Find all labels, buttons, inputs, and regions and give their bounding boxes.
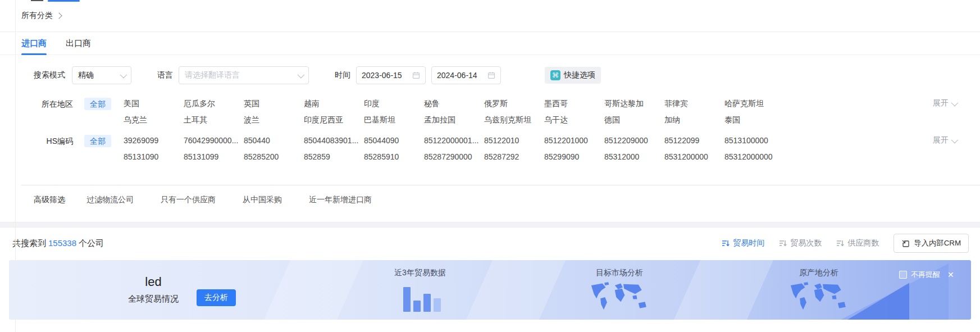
hs-code-item[interactable]: 8512201000 [544,135,601,146]
active-tab-underline [21,53,47,55]
chevron-down-icon [298,71,305,78]
bar-chart-bar [413,301,421,312]
bar-chart-bar [434,298,441,312]
sort-supplier-count[interactable]: 供应商数 [836,238,879,248]
sort-trade-count[interactable]: 贸易次数 [779,238,822,248]
tag-column: 851220900085312000 [604,135,664,162]
hs-code-item[interactable]: 850440 [244,135,300,146]
tab-bar: 进口商 出口商 [0,32,980,55]
tag-column: 85044085285200 [244,135,304,162]
region-item[interactable]: 泰国 [724,114,781,125]
dont-remind-label: 不再提醒 [911,270,940,280]
close-icon[interactable]: ✕ [947,270,954,279]
region-item[interactable]: 英国 [244,98,300,109]
tag-column: 秘鲁孟加拉国 [424,98,484,125]
search-options-row: 搜索模式 精确 语言 请选择翻译语言 时间 2023-06-15 [0,66,980,84]
import-crm-button[interactable]: 导入内部CRM [894,234,969,253]
analyze-button[interactable]: 去分析 [197,289,236,306]
region-item[interactable]: 土耳其 [184,114,240,125]
date-start-input[interactable]: 2023-06-15 [356,66,426,84]
hs-code-item[interactable]: 8531200000 [664,151,721,162]
advanced-option[interactable]: 只有一个供应商 [161,195,216,204]
hs-expand-button[interactable]: 展开 [933,135,956,145]
tab-importers-label: 进口商 [21,38,47,49]
region-item[interactable]: 俄罗斯 [484,98,541,109]
hs-code-item[interactable]: 852859 [304,151,361,162]
hs-code-item[interactable]: 85122000001... [424,135,481,146]
region-item[interactable]: 加纳 [664,114,721,125]
hs-code-item[interactable]: 85044090 [364,135,421,146]
region-item[interactable]: 波兰 [244,114,300,125]
quick-options-label: 快捷选项 [564,70,595,80]
tab-exporters[interactable]: 出口商 [66,32,91,55]
all-categories-link[interactable]: 所有分类 [21,11,61,21]
hs-all-badge[interactable]: 全部 [84,135,111,147]
region-item[interactable]: 厄瓜多尔 [184,98,240,109]
hs-code-item[interactable]: 85044083901... [304,135,361,146]
advanced-option[interactable]: 近一年新增进口商 [309,195,372,204]
hs-code-filter-row: HS编码 全部 392690998513109076042990000...85… [0,135,980,162]
hs-code-item[interactable]: 8512209000 [604,135,661,146]
sort-trade-time[interactable]: 贸易时间 [722,238,764,248]
dismiss-group: 不再提醒 ✕ [899,270,954,280]
region-filter-row: 所在地区 全部 美国乌克兰厄瓜多尔土耳其英国波兰越南印度尼西亚印度巴基斯坦秘鲁孟… [0,98,980,125]
search-mode-select[interactable]: 精确 [72,66,131,84]
hs-code-item[interactable]: 85287290000 [424,151,481,162]
hs-code-item[interactable]: 85287292 [484,151,541,162]
advanced-option[interactable]: 从中国采购 [243,195,282,204]
region-item[interactable]: 乌干达 [544,114,601,125]
results-count: 共搜索到155338个公司 [12,238,104,249]
region-item[interactable]: 墨西哥 [544,98,601,109]
hs-code-item[interactable]: 85122010 [484,135,541,146]
chevron-down-icon [951,99,959,106]
hs-code-item[interactable]: 85285200 [244,151,300,162]
tab-importers[interactable]: 进口商 [21,32,47,55]
banner-decor-streak [450,260,573,320]
region-item[interactable]: 德国 [604,114,661,125]
hs-code-item[interactable]: 85312000 [604,151,661,162]
search-mode-label: 搜索模式 [34,70,65,80]
region-item[interactable]: 印度 [364,98,421,109]
date-end-value: 2024-06-14 [437,71,477,80]
date-end-input[interactable]: 2024-06-14 [431,66,501,84]
sort-icon [836,239,844,247]
region-item[interactable]: 乌克兰 [124,114,180,125]
tab-exporters-label: 出口商 [66,38,91,49]
hs-code-item[interactable]: 85285910 [364,151,421,162]
hs-code-item[interactable]: 76042990000... [184,135,240,146]
hs-code-item[interactable]: 39269099 [124,135,180,146]
region-item[interactable]: 印度尼西亚 [304,114,361,125]
quick-options-button[interactable]: ⌘ 快捷选项 [545,67,601,84]
date-start-value: 2023-06-15 [362,71,402,80]
all-categories-label: 所有分类 [21,11,53,21]
calendar-icon [487,71,495,79]
language-placeholder: 请选择翻译语言 [185,70,240,80]
region-item[interactable]: 美国 [124,98,180,109]
region-expand-button[interactable]: 展开 [933,98,956,108]
region-item[interactable]: 孟加拉国 [424,114,481,125]
hs-code-item[interactable]: 85122099 [664,135,721,146]
dont-remind-checkbox[interactable] [899,271,907,279]
region-item[interactable]: 乌兹别克斯坦 [484,114,541,125]
hs-code-item[interactable]: 85299090 [544,151,601,162]
hs-code-grid: 392690998513109076042990000...8513109985… [124,135,918,162]
sort-trade-time-label: 贸易时间 [733,238,764,248]
language-select[interactable]: 请选择翻译语言 [179,66,309,84]
tag-column: 哥斯达黎加德国 [604,98,664,125]
region-item[interactable]: 巴基斯坦 [364,114,421,125]
region-item[interactable]: 越南 [304,98,361,109]
tag-column: 851220998531200000 [664,135,724,162]
advanced-option[interactable]: 过滤物流公司 [86,195,134,204]
sort-trade-count-label: 贸易次数 [790,238,822,248]
hs-code-item[interactable]: 85131099 [184,151,240,162]
region-item[interactable]: 秘鲁 [424,98,481,109]
region-item[interactable]: 哈萨克斯坦 [724,98,781,109]
hs-code-item[interactable]: 85131090 [124,151,180,162]
region-item[interactable]: 哥斯达黎加 [604,98,661,109]
hs-code-item[interactable]: 8513100000 [724,135,781,146]
region-grid: 美国乌克兰厄瓜多尔土耳其英国波兰越南印度尼西亚印度巴基斯坦秘鲁孟加拉国俄罗斯乌兹… [124,98,918,125]
region-item[interactable]: 菲律宾 [664,98,721,109]
hs-code-item[interactable]: 85312000000 [724,151,781,162]
page: 所有分类 进口商 出口商 搜索模式 精确 语言 请选择翻译语言 时间 [0,0,980,332]
region-all-badge[interactable]: 全部 [84,98,111,110]
